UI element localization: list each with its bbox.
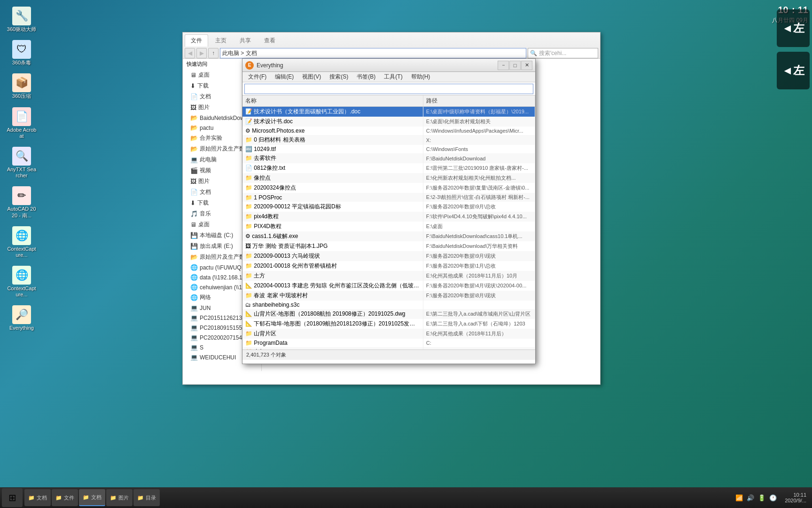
- everything-controls: － □ ✕: [498, 61, 532, 70]
- table-row[interactable]: 📁 1 POSProc E:\2-3\航拍照片\信宜-白石镇路项村 垌新村-..…: [242, 193, 535, 202]
- menu-bookmarks[interactable]: 书签(B): [353, 72, 379, 82]
- everything-table-container[interactable]: 名称 路径 📝 技术设计书（文楼里面碳酸钙工业园）.doc E:\桌面\中级职称…: [242, 95, 535, 349]
- task-explorer5[interactable]: 📁 目录: [133, 489, 160, 506]
- search-bar[interactable]: 🔍 搜索'cehi...: [528, 48, 598, 58]
- table-row[interactable]: 📐 山背片区-地形图（201808航拍 201908修正）20191025.dw…: [242, 309, 535, 319]
- icon-adobe[interactable]: 📄 Adobe Acrobat: [5, 105, 39, 141]
- sidebar-data-icon: 🌐: [190, 274, 198, 281]
- menu-tools[interactable]: 工具(T): [380, 72, 406, 82]
- search-icon: 🔍: [530, 50, 537, 56]
- col-name[interactable]: 名称: [242, 95, 423, 107]
- table-row[interactable]: 🗂 shanbeihebing.s3c: [242, 301, 535, 309]
- table-row[interactable]: 📁 像控点 E:\化州新农村规划相关\化州航拍文档...: [242, 173, 535, 183]
- icon-contextcapture[interactable]: 🌐 ContextCapture...: [5, 224, 39, 260]
- table-row[interactable]: 📁 202009-00012 平定镇福临花园D标 F:\服务器2020年数据\9…: [242, 202, 535, 212]
- icon-adobe-label: Adobe Acrobat: [7, 127, 37, 139]
- table-row[interactable]: 🔤 10249.ttf C:\Windows\Fonts: [242, 145, 535, 153]
- sidebar-desktop2-icon: 🖥: [190, 221, 196, 228]
- tab-file[interactable]: 文件: [185, 34, 208, 47]
- table-row[interactable]: 📐 下郁石坳埠-地形图（201809航拍20181203修正）20191025发…: [242, 319, 535, 329]
- everything-maximize[interactable]: □: [509, 61, 521, 70]
- menu-view[interactable]: 视图(V): [298, 72, 325, 82]
- icon-anytxt[interactable]: 🔍 AnyTXT Searcher: [5, 145, 39, 181]
- file-path-cell: E:\化州新农村规划相关\化州航拍文档...: [423, 173, 535, 183]
- sidebar-downloads2-label: 下载: [197, 199, 209, 207]
- everything-close[interactable]: ✕: [521, 61, 532, 70]
- table-row[interactable]: 📁 ProgramData C:: [242, 339, 535, 347]
- sidebar-downloads-icon: ⬇: [190, 82, 195, 89]
- file-type-icon: 📄: [245, 165, 252, 171]
- icon-360compress[interactable]: 📦 360压缩: [5, 71, 39, 101]
- tab-home[interactable]: 主页: [209, 34, 233, 47]
- tab-share[interactable]: 共享: [234, 34, 257, 47]
- icon-everything[interactable]: 🔎 Everything: [5, 303, 39, 333]
- everything-search-input[interactable]: [244, 84, 533, 94]
- file-path-cell: C:\Windows\Fonts: [423, 145, 535, 153]
- icon-360driver[interactable]: 🔧 360驱动大师: [5, 5, 39, 34]
- table-row[interactable]: 📄 0812像控.txt E:\雷州第二三批\20190910 唐家镇-唐家村-…: [242, 163, 535, 173]
- icon-contextcapture2-img: 🌐: [12, 266, 31, 285]
- icon-autocad-img: ✏: [12, 186, 31, 205]
- task-explorer1[interactable]: 📁 文档: [24, 489, 51, 506]
- start-button[interactable]: ⊞: [2, 488, 23, 507]
- file-name-cell: 📝 技术设计书.doc: [242, 117, 423, 127]
- menu-file[interactable]: 文件(F): [244, 72, 270, 82]
- nav-up[interactable]: ↑: [208, 48, 219, 58]
- file-path-cell: E:\2-3\航拍照片\信宜-白石镇路项村 垌新村-...: [423, 193, 535, 202]
- nav-forward[interactable]: ▶: [196, 48, 207, 58]
- tab-view[interactable]: 查看: [258, 34, 281, 47]
- menu-help[interactable]: 帮助(H): [407, 72, 434, 82]
- table-row[interactable]: 📁 202001-00018 化州市管桥镇植村 F:\服务器2020年数据\1月…: [242, 261, 535, 271]
- table-row[interactable]: 📐 202004-00013 李建忠 劳知琼 化州市鉴江区茂化公路北侧（低坡村下…: [242, 281, 535, 291]
- table-row[interactable]: 📝 技术设计书.doc E:\桌面\化州新农村规划相关: [242, 117, 535, 127]
- tray-clock-icon[interactable]: 🕐: [769, 493, 777, 502]
- desktop-assistant: ◄左 ◄左: [774, 0, 812, 487]
- arrow-left-1[interactable]: ◄左: [777, 9, 810, 47]
- table-row[interactable]: 📁 202009-00013 六马岭现状 F:\服务器2020年数据\9月\现状: [242, 251, 535, 261]
- file-name-cell: 🗂 shanbeihebing.s3c: [242, 301, 423, 309]
- arrow-left-2[interactable]: ◄左: [777, 52, 810, 89]
- file-path-cell: C:\Windows\InfusedApps\Packages\Micr...: [423, 127, 535, 135]
- everything-searchbar[interactable]: [242, 82, 535, 95]
- task-explorer4[interactable]: 📁 图片: [106, 489, 133, 506]
- tray-network[interactable]: 📶: [735, 493, 743, 502]
- file-type-icon: 🗂: [245, 302, 251, 308]
- icon-autocad[interactable]: ✏ AutoCAD 2020 - 南...: [5, 184, 39, 220]
- table-row[interactable]: 📁 PIX4D教程 E:\桌面: [242, 222, 535, 231]
- sidebar-pictures-icon: 🖼: [190, 104, 196, 111]
- sidebar-desktop2-label: 桌面: [198, 221, 210, 229]
- task-explorer2[interactable]: 📁 文件: [52, 489, 78, 506]
- table-row[interactable]: 📁 pix4d教程 F:\软件\Pix4D4.4.10免驾破解\pix4d 4.…: [242, 212, 535, 222]
- menu-search[interactable]: 搜索(S): [326, 72, 352, 82]
- file-name-cell: 📐 山背片区-地形图（201808航拍 201908修正）20191025.dw…: [242, 309, 423, 319]
- table-row[interactable]: 📁 春波 老家 中现坡村村 F:\服务器2020年数据\8月\现状: [242, 291, 535, 301]
- file-path-cell: E:\化州其他成果（2018年11月后）10月: [423, 271, 535, 281]
- menu-edit[interactable]: 编辑(E): [271, 72, 297, 82]
- task-explorer3[interactable]: 📁 文档: [79, 489, 105, 506]
- tray-battery[interactable]: 🔋: [757, 493, 766, 502]
- everything-minimize[interactable]: －: [498, 61, 509, 70]
- table-row[interactable]: ⚙ Microsoft.Photos.exe C:\Windows\Infuse…: [242, 127, 535, 135]
- file-path-cell: F:\BaiduNetdiskDownload\万华相关资料: [423, 241, 535, 251]
- nav-back[interactable]: ◀: [185, 48, 195, 58]
- table-row[interactable]: 📝 技术设计书（文楼里面碳酸钙工业园）.doc E:\桌面\中级职称申请资料（彭…: [242, 107, 535, 117]
- table-row[interactable]: 📁 0 归档材料 相关表格 X:: [242, 135, 535, 145]
- sidebar-music-icon: 🎵: [190, 210, 198, 217]
- table-row[interactable]: 📁 20200324像控点 F:\服务器2020年数据\复量\茂南区-金塘镇\0…: [242, 183, 535, 193]
- sidebar-local-c-icon: 💾: [190, 232, 198, 239]
- address-bar[interactable]: 此电脑 > 文档: [220, 48, 526, 58]
- everything-title: Everything: [257, 62, 495, 69]
- tray-volume[interactable]: 🔊: [746, 493, 755, 502]
- table-row[interactable]: 📁 土方 E:\化州其他成果（2018年11月后）10月: [242, 271, 535, 281]
- icon-360safe[interactable]: 🛡 360杀毒: [5, 38, 39, 68]
- col-path[interactable]: 路径: [423, 95, 535, 107]
- table-row[interactable]: 🖼 万华 测绘 资质证书副本1.JPG F:\BaiduNetdiskDownl…: [242, 241, 535, 251]
- table-row[interactable]: ⚙ cass1.1.6破解.exe F:\BaiduNetdiskDownloa…: [242, 231, 535, 241]
- sidebar-experiments-label: 合并实验: [200, 134, 222, 142]
- file-path-cell: F:\软件\Pix4D4.4.10免驾破解\pix4d 4.4.10...: [423, 212, 535, 222]
- icon-contextcapture2[interactable]: 🌐 ContextCapture...: [5, 264, 39, 300]
- table-row[interactable]: 📁 山背片区 E:\化州其他成果（2018年11月后）: [242, 329, 535, 339]
- table-row[interactable]: 📁 去雾软件 F:\BaiduNetdiskDownload: [242, 153, 535, 163]
- sidebar-baidu-icon: 📂: [190, 114, 198, 121]
- sidebar-computer-label: 此电脑: [200, 156, 217, 164]
